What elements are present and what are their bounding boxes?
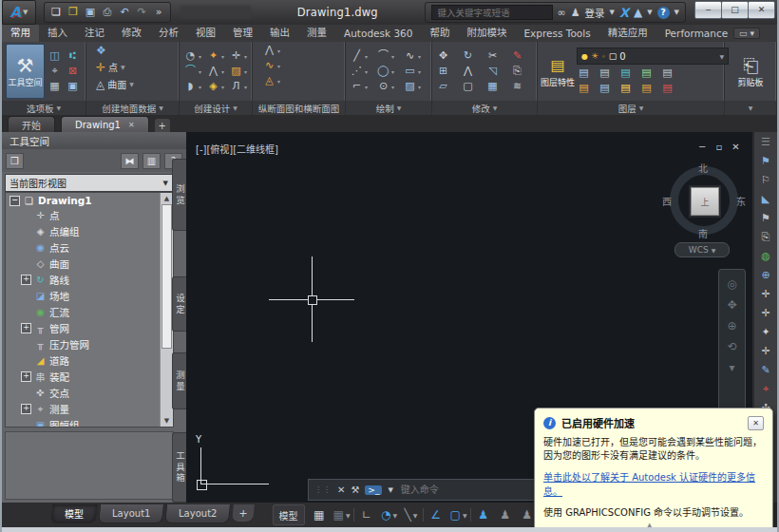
help-button[interactable]: ? bbox=[657, 7, 670, 19]
signin-button[interactable]: 登录 bbox=[585, 6, 605, 20]
point-star-icon[interactable]: ✦ bbox=[757, 324, 774, 340]
alignment-icon[interactable]: ⌒▾ bbox=[183, 65, 204, 78]
layer-select-dropdown[interactable]: ● ☀ ◦ ▢ 0 ▼ bbox=[577, 48, 729, 65]
expand-icon[interactable]: + bbox=[21, 275, 31, 285]
file-tab-drawing1[interactable]: Drawing1 ✕ bbox=[61, 116, 149, 132]
panel-label-ground-data[interactable]: 创建地面数据▼ bbox=[86, 101, 179, 115]
pressure-network-icon[interactable]: ◈▾ bbox=[206, 80, 227, 93]
pin-rotate-icon[interactable]: ⌖ bbox=[757, 381, 774, 397]
toolbar-grip[interactable]: ☰ bbox=[757, 134, 774, 150]
layer-properties-button[interactable]: ▤ 图层特性 bbox=[542, 45, 574, 98]
array-icon[interactable]: ▦ bbox=[485, 80, 508, 93]
compass-east[interactable]: 东 bbox=[736, 194, 746, 208]
ribbon-tab[interactable]: 输出 bbox=[261, 23, 298, 42]
tree-pipe-networks[interactable]: + ╥ 管网 bbox=[6, 320, 173, 336]
quick-profile-icon[interactable]: ∿▾ bbox=[262, 59, 287, 72]
ellipse-icon[interactable]: ⊙▾ bbox=[376, 80, 401, 93]
grading-icon[interactable]: ✛▾ bbox=[229, 49, 250, 63]
snap-mode-icon[interactable]: ▦▼ bbox=[332, 505, 352, 524]
panel-label-profile-section[interactable]: 纵断面图和横断面图 bbox=[253, 101, 345, 115]
trim-icon[interactable]: ✂ bbox=[485, 49, 508, 63]
surface-flag-icon[interactable]: ⚑ bbox=[757, 153, 774, 169]
calculator-icon[interactable]: ▦ bbox=[48, 80, 64, 93]
rectangle-icon[interactable]: ▭▾ bbox=[403, 65, 428, 78]
import-survey-button[interactable]: ❖ bbox=[96, 44, 106, 57]
points-menu-button[interactable]: ✛ 点▼ bbox=[96, 60, 125, 74]
panel-label-layers[interactable]: 图层▼ bbox=[538, 101, 724, 115]
layer-on2-icon[interactable]: ▤ bbox=[577, 82, 596, 95]
create-point-icon[interactable]: ✛ bbox=[757, 286, 774, 302]
ribbon-tab[interactable]: Express Tools bbox=[515, 26, 598, 42]
layer-unisolate-icon[interactable]: ▤ bbox=[598, 82, 617, 95]
grid-display-icon[interactable]: ▦ bbox=[310, 505, 331, 524]
flatten-surface-icon[interactable]: ⚐ bbox=[757, 172, 774, 188]
ribbon-tab[interactable]: Performance bbox=[656, 26, 737, 42]
ribbon-tab[interactable]: 视图 bbox=[187, 23, 224, 42]
search-binoculars-icon[interactable]: ∞ bbox=[558, 7, 566, 19]
settings-palette-icon[interactable]: ⑆ bbox=[66, 49, 82, 63]
tree-root-drawing1[interactable]: − ❏ Drawing1 bbox=[6, 193, 173, 207]
geolocation-icon[interactable]: ◍ bbox=[757, 248, 774, 264]
matchprop-icon[interactable]: ⎘ bbox=[510, 65, 533, 78]
tab-prospector[interactable]: 浏览 bbox=[172, 159, 186, 231]
profile-icon[interactable]: ⋀▾ bbox=[206, 65, 227, 78]
tree-assemblies[interactable]: + 串 装配 bbox=[6, 369, 173, 385]
tree-catchments[interactable]: ◉ 汇流 bbox=[6, 304, 173, 320]
clipboard-paste-button[interactable]: ⎗ 剪贴板 bbox=[729, 45, 772, 98]
isodraft-icon[interactable]: ╲▼ bbox=[401, 505, 422, 524]
tree-survey[interactable]: + ⌖ 测量 bbox=[6, 401, 173, 417]
layout-tab-model[interactable]: 模型 bbox=[50, 504, 98, 523]
offset-icon[interactable]: ≋ bbox=[510, 80, 533, 93]
copy-icon[interactable]: ⊞ bbox=[436, 65, 459, 78]
tab-toolbox[interactable]: 工具箱 bbox=[172, 432, 186, 503]
view-cube-face[interactable]: 上 bbox=[691, 187, 719, 216]
ribbon-tab[interactable]: 修改 bbox=[113, 23, 150, 42]
a360-caret-icon[interactable]: ▼ bbox=[647, 9, 652, 16]
new-file-icon[interactable]: ❏ bbox=[48, 5, 64, 20]
tab-settings[interactable]: 设定 bbox=[172, 276, 186, 332]
draw-pen-icon[interactable]: ✎ bbox=[757, 362, 774, 378]
model-space-button[interactable]: 模型 bbox=[273, 504, 305, 525]
corridor-icon[interactable]: ▨▾ bbox=[229, 65, 250, 78]
exchange-apps-icon[interactable]: X bbox=[619, 6, 629, 20]
viewport-close-icon[interactable]: ✕ bbox=[732, 142, 739, 152]
collapse-icon[interactable]: − bbox=[10, 196, 20, 206]
toolbox-palette-icon[interactable]: ⊠ bbox=[66, 65, 82, 78]
ribbon-tab[interactable]: 精选应用 bbox=[599, 23, 656, 42]
layout-tab-layout2[interactable]: Layout2 bbox=[164, 504, 231, 523]
construction-line-icon[interactable]: ⋰▾ bbox=[350, 65, 374, 78]
tree-points[interactable]: ✛ 点 bbox=[6, 207, 173, 223]
toolspace-panel-toggle-icon[interactable]: ▥ bbox=[142, 153, 161, 169]
command-line-grip[interactable]: ⋮⋮ bbox=[314, 485, 332, 494]
panel-label-clipboard[interactable]: ▼ bbox=[725, 101, 776, 115]
dynamic-input-icon[interactable]: ▢▼ bbox=[448, 505, 469, 524]
ribbon-tab[interactable]: 测量 bbox=[298, 23, 335, 42]
tree-point-groups[interactable]: ◈ 点编组 bbox=[6, 223, 173, 239]
ortho-icon[interactable]: ∟ bbox=[357, 505, 378, 524]
fillet-icon[interactable]: ◹ bbox=[485, 65, 508, 78]
panel-label-modify[interactable]: 修改▼ bbox=[432, 101, 537, 115]
open-file-icon[interactable]: ❒ bbox=[66, 5, 81, 20]
layer-unlock-icon[interactable]: ▤ bbox=[639, 66, 658, 80]
undo-icon[interactable]: ↶ bbox=[117, 5, 132, 20]
tree-view-frame-groups[interactable]: ▣ 图幅组 bbox=[6, 417, 173, 428]
tree-pressure-networks[interactable]: ╥ 压力管网 bbox=[6, 336, 173, 352]
steering-wheel-icon[interactable]: ◎ bbox=[727, 277, 736, 291]
new-layout-button[interactable]: + bbox=[232, 504, 255, 522]
circle-icon[interactable]: ◯▾ bbox=[376, 65, 401, 78]
save-icon[interactable]: ▣ bbox=[83, 5, 98, 20]
certified-hardware-link[interactable]: 单击此处以了解关于 Autodesk 认证硬件的更多信息。 bbox=[543, 469, 764, 498]
ribbon-tab[interactable]: 分析 bbox=[150, 23, 187, 42]
snap-3d-icon[interactable]: ♟ bbox=[496, 505, 517, 524]
mirror-icon[interactable]: ⋀ bbox=[461, 65, 484, 78]
autodesk-a360-icon[interactable]: ▲ bbox=[634, 6, 642, 19]
command-close-icon[interactable]: ✕ bbox=[337, 484, 345, 495]
panel-label-draw[interactable]: 绘制▼ bbox=[346, 101, 431, 115]
layer-prev-icon[interactable]: ▤ bbox=[660, 82, 679, 95]
surfaces-menu-button[interactable]: ◬ 曲面▼ bbox=[96, 77, 134, 91]
surface-triangle-icon[interactable]: ◣ bbox=[757, 191, 774, 207]
panel-label-create-design[interactable]: 创建设计▼ bbox=[180, 101, 252, 115]
point-auto-icon[interactable]: ✛ bbox=[757, 305, 774, 321]
profile-view-icon[interactable]: ⋀▾ bbox=[262, 44, 287, 57]
tree-scrollbar[interactable]: ▲ ▼ bbox=[160, 193, 173, 427]
